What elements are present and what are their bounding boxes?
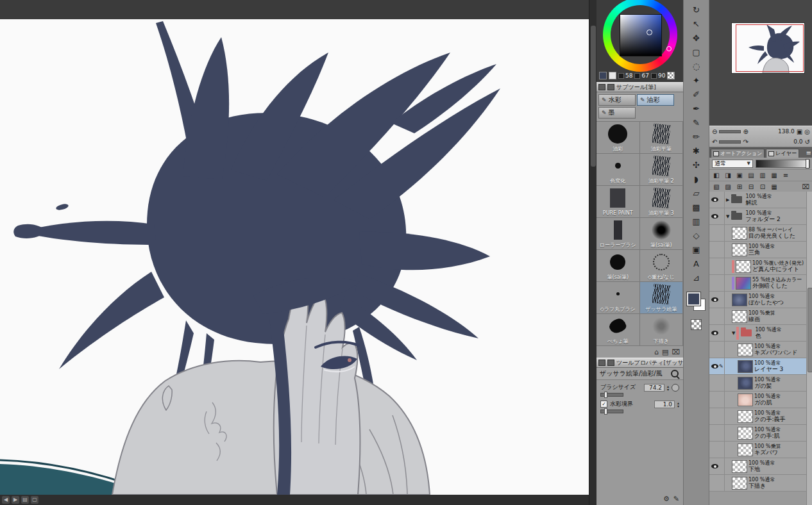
layer-row-14[interactable]: 100 %通常クの手:肌 [709, 425, 807, 442]
ruler-tool-icon[interactable]: ⊿ [689, 270, 704, 285]
layer-visibility-cell[interactable] [709, 475, 725, 491]
delete-layer-icon[interactable]: ⌧ [801, 183, 810, 190]
canvas-nav-icon-0[interactable]: ◀ [2, 496, 10, 504]
zoom-slider[interactable] [719, 130, 741, 133]
settings-gear-icon[interactable]: ⚙ [663, 495, 670, 503]
eye-icon[interactable] [711, 214, 718, 219]
layer-thumbnail[interactable] [732, 310, 747, 323]
layer-visibility-cell[interactable] [709, 375, 725, 391]
watercolor-edge-value[interactable]: 1.0 [654, 401, 675, 408]
tab-layer[interactable]: レイヤー [766, 149, 799, 158]
layer-visibility-cell[interactable] [709, 425, 725, 441]
layer-visibility-cell[interactable] [709, 325, 725, 341]
blend-mode-dropdown[interactable]: 通常 ▼ [712, 160, 753, 168]
brush-cell-3[interactable]: 油彩平筆 2 [640, 154, 684, 186]
navigator-view-rectangle[interactable] [736, 24, 804, 72]
layer-scroll-thumb[interactable] [808, 288, 812, 372]
layer-visibility-cell[interactable] [709, 458, 725, 474]
transparent-color-swatch[interactable] [691, 319, 702, 330]
brush-cell-12[interactable]: べちょ筆 [596, 314, 640, 346]
layer-row-10[interactable]: ✎100 %通常レイヤー 3 [709, 358, 807, 375]
canvas-nav-icon-2[interactable]: ▤ [21, 496, 29, 504]
canvas-nav-icon-1[interactable]: ▶ [12, 496, 19, 504]
layer-visibility-cell[interactable] [709, 208, 725, 224]
tab-suisai[interactable]: ✎ 水彩 [598, 94, 636, 106]
default-set-icon[interactable]: ⌂ [654, 348, 659, 356]
layer-thumbnail[interactable] [738, 427, 753, 440]
eye-icon[interactable] [711, 197, 718, 202]
canvas-nav-icon-3[interactable]: ▢ [31, 496, 38, 504]
layer-lock-icon-4[interactable]: ▥ [758, 172, 767, 179]
layer-command-icon-1[interactable]: ▨ [723, 183, 732, 190]
brush-cell-0[interactable]: 油彩 [596, 122, 640, 154]
eye-icon[interactable] [711, 331, 718, 335]
brush-cell-10[interactable]: ◇ラフ丸ブラシ [596, 282, 640, 314]
layer-visibility-cell[interactable] [709, 192, 725, 208]
brush-cell-2[interactable]: 色変化 [596, 154, 640, 186]
watercolor-edge-checkbox[interactable]: ✓ [600, 401, 607, 408]
color-wheel[interactable] [603, 0, 677, 72]
layer-row-4[interactable]: 100 %覆い焼き(発光)ど真ん中にライト [709, 258, 807, 275]
folder-icon[interactable] [741, 329, 752, 336]
layer-visibility-cell[interactable] [709, 342, 725, 358]
layer-thumbnail[interactable] [738, 443, 753, 456]
decoration-tool-icon[interactable]: ✣ [689, 158, 704, 172]
layer-row-0[interactable]: ▶100 %通常解説 [709, 192, 807, 208]
brush-cell-13[interactable]: 下描き [640, 314, 684, 346]
frame-tool-icon[interactable]: ▣ [689, 242, 704, 256]
folder-icon[interactable] [731, 213, 742, 220]
canvas-artwork[interactable] [0, 19, 589, 495]
opacity-slider-handle[interactable] [806, 159, 809, 169]
layer-visibility-cell[interactable] [709, 275, 725, 291]
blend-tool-icon[interactable]: ◗ [689, 172, 704, 186]
brush-size-slider[interactable] [600, 393, 623, 397]
layer-visibility-cell[interactable]: ✎ [709, 358, 725, 374]
move-tool-icon[interactable]: ✥ [689, 31, 704, 45]
layer-row-6[interactable]: 100 %通常ぼかしたやつ [709, 292, 807, 308]
canvas-area[interactable]: ◀▶▤▢ [0, 0, 589, 505]
actual-size-icon[interactable]: ◎ [804, 128, 810, 135]
layer-thumbnail[interactable] [738, 360, 753, 373]
layer-thumbnail[interactable] [736, 277, 751, 290]
airbrush-tool-icon[interactable]: ✱ [689, 144, 704, 158]
rotate-ccw-icon[interactable]: ↶ [712, 138, 717, 145]
brush-cell-6[interactable]: ローラーブラシ [596, 218, 640, 250]
background-color-chip[interactable] [609, 72, 616, 79]
opacity-slider[interactable] [756, 160, 810, 168]
saturation-value-square[interactable] [620, 14, 662, 56]
layer-thumbnail[interactable] [738, 377, 753, 390]
fit-to-screen-icon[interactable]: ▣ [797, 128, 802, 135]
layer-thumbnail[interactable] [738, 393, 753, 406]
sv-cursor[interactable] [647, 29, 652, 35]
panel-menu-icon[interactable]: ≡ [806, 149, 811, 158]
brush-cell-4[interactable]: PURE PAINT [596, 186, 640, 218]
layer-row-17[interactable]: 100 %通常下描き [709, 475, 807, 492]
subtool-panel-header[interactable]: サブツール[筆] [596, 82, 683, 92]
layer-command-icon-0[interactable]: ▧ [712, 183, 721, 190]
layer-visibility-cell[interactable] [709, 225, 725, 241]
lasso-tool-icon[interactable]: ◌ [689, 59, 704, 73]
pen-tool-icon[interactable]: ✒ [689, 101, 704, 115]
layer-thumbnail[interactable] [732, 460, 747, 473]
layer-visibility-cell[interactable] [709, 408, 725, 424]
foreground-color-square[interactable] [687, 292, 700, 306]
tool-property-header[interactable]: ツールプロパティ[ザッサラ... [596, 358, 683, 368]
layer-command-icon-4[interactable]: ⊡ [758, 183, 767, 190]
layer-row-3[interactable]: 100 %通常三角 [709, 242, 807, 258]
folder-toggle-icon[interactable]: ▶ [726, 197, 729, 203]
layer-command-icon-3[interactable]: ⊟ [747, 183, 756, 190]
delete-subtool-icon[interactable]: ⌧ [672, 348, 680, 356]
auto-select-tool-icon[interactable]: ✦ [689, 73, 704, 87]
layer-visibility-cell[interactable] [709, 242, 725, 258]
folder-toggle-icon[interactable]: ▼ [726, 214, 729, 219]
layer-thumbnail[interactable] [732, 294, 747, 306]
layer-row-2[interactable]: 88 %オーバーレイ目の発光良くした [709, 225, 807, 242]
canvas-horizontal-scrollbar[interactable]: ◀▶▤▢ [0, 495, 589, 505]
layer-row-9[interactable]: 100 %通常キズパワ:バンド [709, 342, 807, 358]
brush-size-stepper[interactable]: ▴▾ [667, 385, 669, 391]
brush-cell-7[interactable]: 筆(sai筆) [640, 218, 684, 250]
navigator-thumbnail[interactable] [732, 23, 804, 73]
brush-size-source-icon[interactable] [672, 384, 679, 392]
brush-cell-11[interactable]: ザッサラ絵筆 [640, 282, 684, 314]
layer-visibility-cell[interactable] [709, 442, 725, 458]
